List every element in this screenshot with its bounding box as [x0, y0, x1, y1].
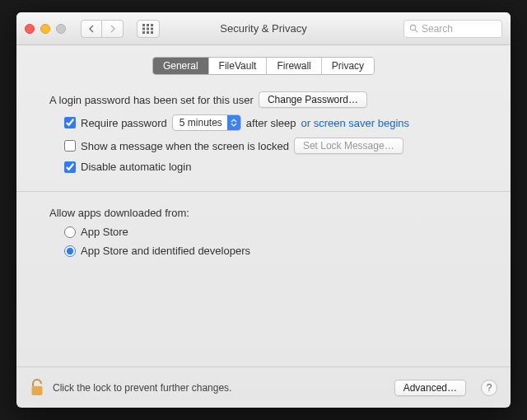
svg-rect-2 [151, 24, 153, 26]
disable-auto-login-checkbox[interactable] [64, 161, 76, 173]
zoom-window-button[interactable] [56, 24, 66, 34]
tab-filevault[interactable]: FileVault [209, 58, 268, 74]
back-button[interactable] [81, 20, 102, 38]
gatekeeper-option-appstore: App Store [64, 226, 478, 238]
svg-rect-11 [32, 386, 43, 395]
svg-rect-6 [142, 31, 145, 34]
set-lock-message-button: Set Lock Message… [294, 138, 403, 154]
general-pane: A login password has been set for this u… [16, 82, 511, 366]
svg-rect-3 [142, 27, 145, 30]
screensaver-link[interactable]: or screen saver begins [301, 117, 410, 129]
app-store-radio[interactable] [64, 226, 76, 238]
gatekeeper-title: Allow apps downloaded from: [49, 207, 478, 219]
svg-point-9 [410, 25, 415, 30]
advanced-button[interactable]: Advanced… [394, 380, 466, 396]
svg-rect-4 [147, 27, 149, 30]
identified-developers-radio[interactable] [64, 245, 76, 257]
tab-privacy[interactable]: Privacy [322, 58, 374, 74]
show-lock-message-label: Show a message when the screen is locked [81, 140, 289, 152]
login-status-label: A login password has been set for this u… [49, 94, 254, 106]
tab-firewall[interactable]: Firewall [267, 58, 321, 74]
search-icon [409, 24, 418, 33]
minimize-window-button[interactable] [40, 24, 50, 34]
app-store-label: App Store [81, 226, 128, 238]
lock-hint-label: Click the lock to prevent further change… [53, 382, 231, 394]
section-divider [16, 191, 511, 192]
search-placeholder: Search [422, 23, 453, 35]
gatekeeper-option-identified: App Store and identified developers [64, 245, 478, 257]
login-password-row: A login password has been set for this u… [49, 91, 478, 108]
svg-rect-8 [151, 31, 153, 34]
require-password-row: Require password 5 minutes after sleep o… [64, 114, 478, 131]
require-delay-select[interactable]: 5 minutes [172, 114, 241, 131]
preferences-window: Security & Privacy Search General FileVa… [16, 12, 511, 408]
svg-rect-7 [147, 31, 149, 34]
search-field[interactable]: Search [403, 20, 502, 38]
footer: Click the lock to prevent further change… [16, 366, 511, 408]
stepper-arrows-icon [227, 115, 240, 130]
lock-message-row: Show a message when the screen is locked… [64, 138, 478, 154]
close-window-button[interactable] [25, 24, 35, 34]
titlebar: Security & Privacy Search [16, 12, 511, 45]
disable-auto-login-row: Disable automatic login [64, 161, 478, 173]
tab-general[interactable]: General [153, 58, 209, 74]
svg-line-10 [415, 30, 417, 32]
require-delay-value: 5 minutes [173, 117, 227, 128]
disable-auto-login-label: Disable automatic login [81, 161, 191, 173]
svg-rect-0 [142, 24, 145, 26]
nav-buttons [81, 20, 124, 38]
window-controls [25, 24, 66, 34]
require-password-label: Require password [81, 117, 167, 129]
after-sleep-label: after sleep [246, 117, 296, 129]
show-all-button[interactable] [137, 20, 160, 38]
show-lock-message-checkbox[interactable] [64, 140, 76, 152]
tab-bar: General FileVault Firewall Privacy [16, 45, 511, 82]
forward-button [102, 20, 124, 38]
svg-rect-5 [151, 27, 153, 30]
lock-icon[interactable] [30, 379, 44, 397]
require-password-checkbox[interactable] [64, 117, 76, 128]
change-password-button[interactable]: Change Password… [259, 91, 367, 108]
help-button[interactable]: ? [481, 380, 497, 396]
identified-developers-label: App Store and identified developers [81, 245, 250, 257]
svg-rect-1 [147, 24, 149, 26]
